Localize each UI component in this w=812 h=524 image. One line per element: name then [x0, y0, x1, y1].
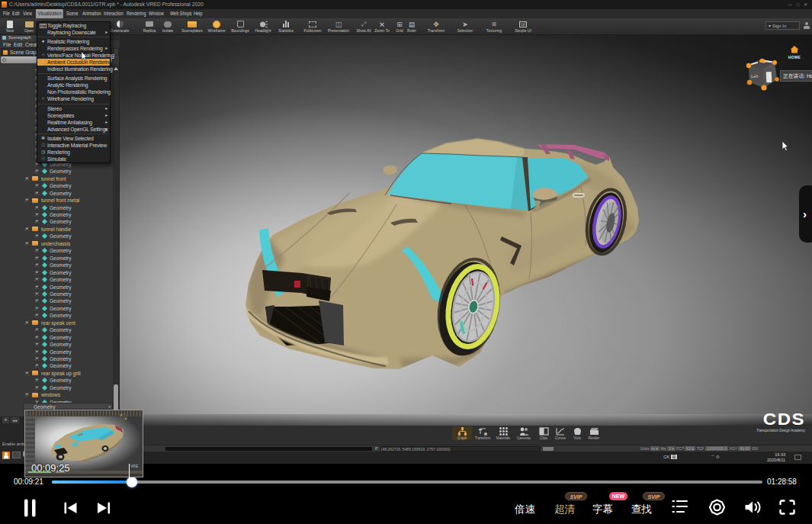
svg-text:Left: Left — [751, 74, 759, 79]
